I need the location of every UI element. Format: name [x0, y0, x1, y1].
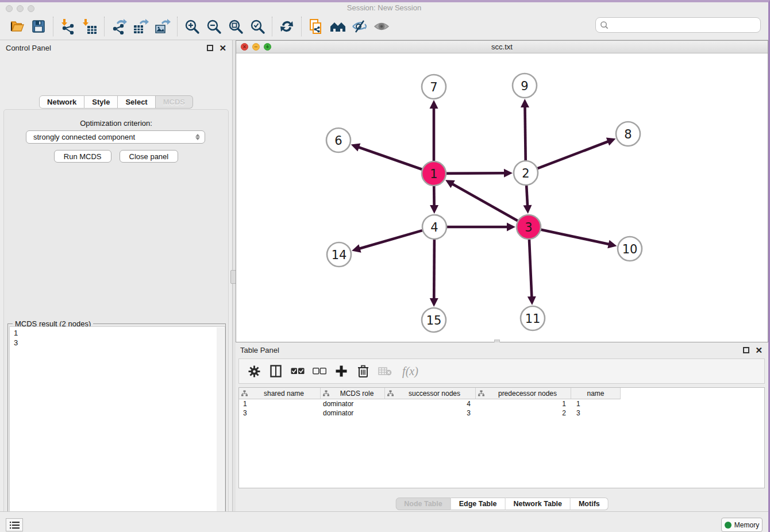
list-icon: [10, 521, 20, 529]
cell-mcds-role: dominator: [321, 409, 385, 417]
save-session-icon[interactable]: [28, 16, 49, 37]
search-icon: [600, 21, 609, 29]
export-table-icon[interactable]: [130, 16, 152, 37]
graph-edge-arrowhead: [352, 244, 361, 252]
tab-select[interactable]: Select: [118, 95, 155, 109]
float-table-panel-icon[interactable]: [743, 347, 749, 353]
graph-edge-3-1[interactable]: [451, 183, 517, 221]
search-box: [595, 17, 761, 33]
graph-edge-4-15[interactable]: [434, 240, 434, 300]
control-panel: Control Panel ✕ Network Style Select MCD…: [0, 40, 232, 511]
close-table-panel-icon[interactable]: ✕: [755, 347, 763, 353]
search-input[interactable]: [611, 21, 760, 29]
close-panel-button[interactable]: Close panel: [120, 150, 179, 163]
tab-node-table[interactable]: Node Table: [395, 498, 451, 510]
graph-edge-2-3[interactable]: [526, 186, 528, 207]
graph-node-label: 8: [624, 128, 632, 141]
cell-predecessor-nodes: 1: [476, 400, 571, 408]
column-header-name[interactable]: name: [571, 388, 621, 399]
task-history-button[interactable]: [6, 518, 23, 531]
table-row[interactable]: 1 dominator 4 1 1: [239, 399, 764, 408]
memory-button[interactable]: Memory: [721, 518, 763, 532]
function-builder-icon[interactable]: f(x): [398, 362, 423, 380]
column-tree-icon: [323, 390, 329, 396]
selected-criterion: strongly connected component: [33, 133, 135, 141]
network-canvas-svg[interactable]: 1234678910111415: [236, 53, 768, 342]
column-header-predecessor-nodes[interactable]: predecessor nodes: [476, 388, 571, 399]
refresh-layout-icon[interactable]: [276, 16, 298, 37]
cell-shared-name: 3: [239, 409, 321, 417]
graph-node-label: 6: [334, 134, 342, 148]
table-row[interactable]: 3 dominator 3 2 3: [239, 408, 764, 418]
import-network-icon[interactable]: [57, 16, 79, 37]
open-file-icon[interactable]: [6, 16, 28, 37]
graph-edge-1-6[interactable]: [357, 147, 422, 169]
tab-mcds[interactable]: MCDS: [156, 95, 193, 109]
graph-node-label: 10: [622, 242, 638, 256]
network-window-titlebar: × − + scc.txt: [236, 41, 768, 53]
select-all-icon[interactable]: [288, 362, 307, 380]
table-header-row: shared name MCDS role successor nodes pr…: [239, 388, 764, 399]
graph-edge-arrowhead: [607, 240, 617, 249]
delete-column-icon[interactable]: [354, 362, 372, 380]
column-header-successor-nodes[interactable]: successor nodes: [385, 388, 476, 399]
network-window-title: scc.txt: [236, 43, 768, 51]
graph-edge-arrowhead: [430, 100, 438, 109]
mcds-result-list[interactable]: 1 3: [9, 326, 225, 532]
column-view-icon[interactable]: [267, 362, 285, 380]
node-table[interactable]: shared name MCDS role successor nodes pr…: [238, 387, 765, 488]
table-toolbar: f(x): [238, 358, 765, 384]
table-panel-title: Table Panel: [240, 346, 279, 354]
control-panel-title: Control Panel: [6, 44, 51, 52]
result-scrollbar[interactable]: [217, 327, 224, 532]
table-panel: Table Panel ✕ f(x): [236, 342, 768, 511]
column-header-shared-name[interactable]: shared name: [239, 388, 321, 399]
cell-successor-nodes: 4: [385, 400, 476, 408]
graph-edge-arrowhead: [351, 143, 361, 151]
cell-name: 1: [571, 400, 621, 408]
graph-edge-2-9[interactable]: [525, 106, 525, 160]
cell-successor-nodes: 3: [385, 409, 476, 417]
zoom-fit-icon[interactable]: [225, 16, 247, 37]
graph-edge-3-11[interactable]: [529, 240, 532, 298]
graph-edge-4-14[interactable]: [359, 230, 422, 249]
graph-edge-arrowhead: [528, 296, 536, 305]
graph-node-label: 11: [525, 312, 541, 326]
run-mcds-button[interactable]: Run MCDS: [54, 150, 111, 163]
tab-edge-table[interactable]: Edge Table: [451, 498, 506, 510]
tab-network[interactable]: Network: [39, 95, 84, 109]
graph-edge-3-10[interactable]: [541, 230, 610, 245]
graph-edge-arrowhead: [430, 298, 438, 307]
tab-style[interactable]: Style: [84, 95, 118, 109]
tab-network-table[interactable]: Network Table: [505, 498, 571, 510]
add-column-icon[interactable]: [332, 362, 351, 380]
column-tree-icon: [241, 390, 248, 396]
export-network-icon[interactable]: [108, 16, 130, 37]
graph-node-label: 3: [525, 221, 532, 234]
show-all-icon[interactable]: [371, 16, 392, 37]
first-neighbors-icon[interactable]: [327, 16, 349, 37]
deselect-all-icon[interactable]: [310, 362, 329, 380]
optimization-criterion-label: Optimization criterion:: [4, 119, 228, 128]
gear-icon[interactable]: [245, 362, 263, 380]
graph-edge-2-8[interactable]: [538, 141, 610, 168]
mcds-tab-content: Optimization criterion: strongly connect…: [3, 109, 229, 532]
import-table-icon[interactable]: [79, 16, 101, 37]
graph-node-label: 1: [430, 167, 437, 181]
tab-motifs[interactable]: Motifs: [571, 498, 609, 510]
cell-mcds-role: dominator: [321, 400, 385, 408]
window-titlebar: Session: New Session: [0, 2, 768, 13]
cell-name: 3: [571, 409, 621, 417]
zoom-selected-icon[interactable]: [247, 16, 268, 37]
float-panel-icon[interactable]: [207, 45, 213, 51]
export-image-icon[interactable]: [152, 16, 174, 37]
zoom-out-icon[interactable]: [203, 16, 225, 37]
clone-network-icon[interactable]: [305, 16, 327, 37]
close-panel-icon[interactable]: ✕: [219, 45, 226, 51]
delete-table-icon[interactable]: [376, 362, 394, 380]
graph-edge-1-2[interactable]: [446, 173, 506, 174]
column-header-mcds-role[interactable]: MCDS role: [321, 388, 385, 399]
hide-selected-icon[interactable]: [349, 16, 371, 37]
zoom-in-icon[interactable]: [181, 16, 203, 37]
optimization-criterion-select[interactable]: strongly connected component: [26, 130, 205, 144]
